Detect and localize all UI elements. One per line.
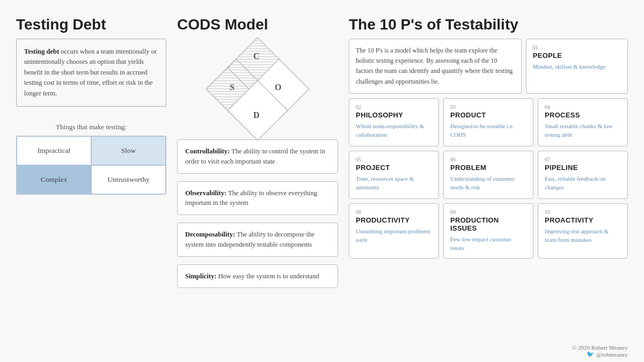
- footer-twitter-handle: @robmeaney: [596, 351, 628, 358]
- testing-debt-title: Testing Debt: [16, 16, 166, 33]
- ps-card-06: 06 PROBLEM Understanding of customer nee…: [443, 151, 533, 199]
- ps-card-05-num: 05: [356, 157, 432, 162]
- ps-card-10-name: PROACTIVITY: [545, 216, 621, 224]
- ps-card-06-name: PROBLEM: [450, 164, 526, 172]
- ps-card-03-name: PRODUCT: [450, 111, 526, 119]
- cods-title: CODS Model: [177, 16, 338, 33]
- ps-card-07: 07 PIPELINE Fast, reliable feedback on c…: [538, 151, 628, 199]
- ps-card-08-desc: Unearthing important problems early: [356, 227, 432, 245]
- footer: © 2020 Robert Meaney 🐦 @robmeaney: [0, 342, 644, 362]
- cods-decomposability: Decomposability: The ability to decompos…: [177, 223, 338, 257]
- ps-card-06-desc: Understanding of customer needs & risk: [450, 175, 526, 192]
- quad-complex: Complex: [17, 165, 91, 194]
- ps-card-05-name: PROJECT: [356, 164, 432, 172]
- diamond-label-s: S: [230, 83, 235, 92]
- ps-card-07-name: PIPELINE: [545, 164, 621, 172]
- ps-card-01-num: 01: [533, 45, 621, 50]
- ten-ps-section: The 10 P's of Testability The 10 P's is …: [349, 16, 628, 337]
- ps-card-04-desc: Small testable chunks & low testing debt: [545, 122, 621, 139]
- ps-card-08: 08 PRODUCTIVITY Unearthing important pro…: [349, 203, 439, 258]
- cods-s-text: How easy the system is to understand: [216, 272, 319, 280]
- cods-diamond: C S O D: [177, 46, 338, 132]
- cods-o-bold: Observability:: [185, 189, 226, 197]
- ps-card-02-desc: Whole team responsibility & collaboratio…: [356, 122, 432, 139]
- footer-twitter-row: 🐦 @robmeaney: [587, 351, 628, 358]
- ps-card-02: 02 PHILOSOPHY Whole team responsibility …: [349, 98, 439, 146]
- diamond-labels: C S O D: [215, 46, 301, 132]
- ps-card-08-num: 08: [356, 209, 432, 215]
- ps-cards-grid: 02 PHILOSOPHY Whole team responsibility …: [349, 98, 628, 258]
- cods-controllability: Controllability: The ability to control …: [177, 139, 338, 174]
- footer-copyright: © 2020 Robert Meaney: [572, 344, 628, 351]
- cods-section: CODS Model C S O D Controllability: The …: [177, 16, 338, 337]
- ps-card-10-desc: Improving test approach & learn from mis…: [545, 227, 621, 245]
- quadrant-section: Things that make testing: Impractical Sl…: [16, 117, 166, 195]
- cods-observability: Observability: The ability to observe ev…: [177, 181, 338, 216]
- ps-top-row: The 10 P's is a model which helps the te…: [349, 39, 628, 94]
- ps-card-09-num: 09: [450, 209, 526, 215]
- quad-slow: Slow: [91, 136, 166, 165]
- quad-untrustworthy: Untrustworthy: [91, 165, 166, 194]
- ps-card-04-num: 04: [545, 104, 621, 110]
- ten-ps-title: The 10 P's of Testability: [349, 16, 628, 33]
- ps-card-01: 01 PEOPLE Mindset, skillset & knowledge: [526, 39, 628, 94]
- debt-bold-text: Testing debt: [24, 48, 59, 55]
- ps-card-03-num: 03: [450, 104, 526, 110]
- cods-simplicity: Simplicity: How easy the system is to un…: [177, 264, 338, 289]
- ps-card-06-num: 06: [450, 157, 526, 162]
- ps-card-02-name: PHILOSOPHY: [356, 111, 432, 119]
- diamond-label-o: O: [275, 83, 281, 92]
- quad-impractical: Impractical: [17, 136, 91, 165]
- things-label: Things that make testing:: [16, 123, 166, 131]
- twitter-icon: 🐦: [587, 351, 594, 358]
- ps-card-01-desc: Mindset, skillset & knowledge: [533, 63, 621, 71]
- quadrant-grid: Impractical Slow Complex Untrustworthy: [16, 136, 166, 195]
- ps-card-10-num: 10: [545, 209, 621, 215]
- ps-card-09: 09 PRODUCTION ISSUES Few low impact cust…: [443, 203, 533, 258]
- ps-intro-text: The 10 P's is a model which helps the te…: [349, 39, 522, 94]
- ps-card-04: 04 PROCESS Small testable chunks & low t…: [538, 98, 628, 146]
- ps-card-03: 03 PRODUCT Designed to be testable i.e. …: [443, 98, 533, 146]
- ps-card-10: 10 PROACTIVITY Improving test approach &…: [538, 203, 628, 258]
- ps-card-04-name: PROCESS: [545, 111, 621, 119]
- diamond-label-c: C: [253, 51, 260, 61]
- ps-card-07-desc: Fast, reliable feedback on changes: [545, 175, 621, 192]
- cods-s-bold: Simplicity:: [185, 272, 216, 280]
- cods-d-bold: Decomposability:: [185, 231, 235, 238]
- ps-card-08-name: PRODUCTIVITY: [356, 216, 432, 224]
- ps-card-05-desc: Time, resources space & autonomy: [356, 175, 432, 192]
- ps-card-05: 05 PROJECT Time, resources space & auton…: [349, 151, 439, 199]
- testing-debt-section: Testing Debt Testing debt occurs when a …: [16, 16, 166, 337]
- ps-card-09-name: PRODUCTION ISSUES: [450, 216, 526, 232]
- debt-description-box: Testing debt occurs when a team intentio…: [16, 39, 166, 107]
- cods-c-bold: Controllability:: [185, 147, 230, 155]
- ps-card-02-num: 02: [356, 104, 432, 110]
- ps-card-01-name: PEOPLE: [533, 51, 621, 60]
- ps-card-03-desc: Designed to be testable i.e. CODS: [450, 122, 526, 139]
- diamond-label-d: D: [253, 110, 260, 120]
- ps-card-07-num: 07: [545, 157, 621, 162]
- ps-card-09-desc: Few low impact customer issues: [450, 235, 526, 253]
